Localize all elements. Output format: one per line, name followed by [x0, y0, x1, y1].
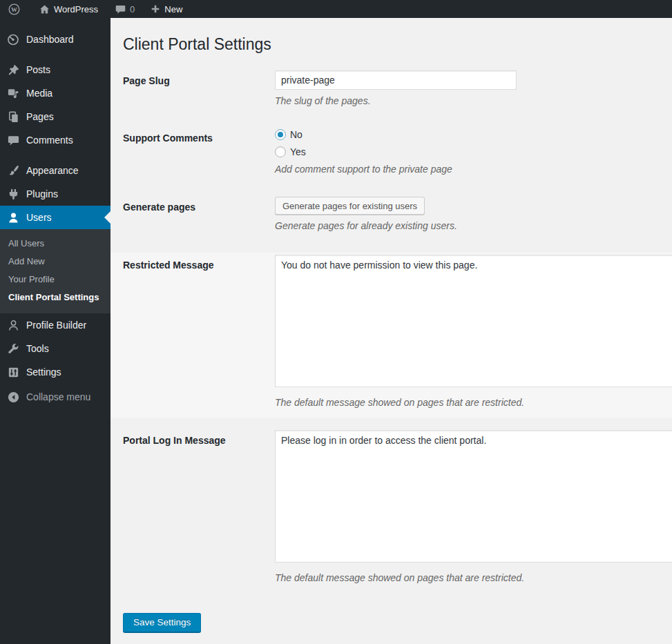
radio-label: No: [290, 129, 303, 140]
sidebar-item-label: Profile Builder: [26, 320, 86, 331]
field-label: Page Slug: [123, 70, 275, 107]
sidebar-item-plugins[interactable]: Plugins: [0, 182, 111, 206]
comment-bubble-icon: [115, 3, 126, 15]
admin-bar: W WordPress 0 New: [0, 0, 672, 18]
site-name-label: WordPress: [54, 4, 98, 14]
settings-sliders-icon: [6, 365, 20, 379]
sidebar-item-profile-builder[interactable]: Profile Builder: [0, 313, 111, 337]
person-outline-icon: [6, 318, 20, 332]
row-support-comments: Support Comments No Yes Add comment supp…: [123, 128, 672, 175]
sidebar-item-label: Settings: [26, 367, 61, 378]
users-submenu: All Users Add New Your Profile Client Po…: [0, 229, 111, 313]
row-page-slug: Page Slug The slug of the pages.: [123, 70, 672, 107]
row-restricted-message: Restricted Message You do not have permi…: [111, 253, 672, 418]
plug-icon: [6, 187, 20, 201]
sidebar-item-label: Comments: [26, 135, 73, 146]
sidebar-item-comments[interactable]: Comments: [0, 128, 111, 152]
submenu-item-add-new[interactable]: Add New: [0, 253, 111, 271]
pages-icon: [6, 110, 20, 124]
admin-sidebar: Dashboard Posts Media: [0, 18, 111, 644]
page-slug-input[interactable]: [275, 70, 517, 90]
menu-separator: [0, 152, 111, 159]
field-label: Portal Log In Message: [123, 430, 275, 584]
svg-text:W: W: [11, 6, 17, 12]
comments-count: 0: [130, 4, 135, 14]
field-help-text: Add comment support to the private page: [275, 164, 672, 175]
home-icon: [39, 3, 50, 15]
sidebar-item-label: Pages: [26, 111, 54, 122]
submenu-item-client-portal-settings[interactable]: Client Portal Settings: [0, 289, 111, 306]
field-help-text: The slug of the pages.: [275, 95, 672, 107]
paintbrush-icon: [6, 164, 20, 177]
sidebar-item-label: Collapse menu: [26, 391, 90, 402]
radio-option-no[interactable]: No: [275, 128, 672, 142]
comments-shortcut[interactable]: 0: [108, 0, 141, 18]
sidebar-item-label: Appearance: [26, 165, 79, 176]
radio-no[interactable]: [275, 129, 286, 140]
sidebar-item-users[interactable]: Users: [0, 206, 111, 229]
sidebar-item-label: Users: [26, 212, 52, 223]
field-help-text: The default message showed on pages that…: [275, 397, 672, 409]
plus-icon: [150, 3, 161, 14]
sidebar-item-label: Plugins: [26, 188, 58, 199]
field-help-text: The default message showed on pages that…: [275, 572, 672, 584]
sidebar-item-label: Media: [26, 88, 52, 99]
wrench-icon: [6, 342, 20, 355]
field-help-text: Generate pages for already existing user…: [275, 220, 672, 232]
settings-form: Page Slug The slug of the pages. Support…: [123, 70, 672, 632]
sidebar-item-collapse-menu[interactable]: Collapse menu: [0, 385, 111, 409]
main-content: Client Portal Settings Page Slug The slu…: [111, 18, 672, 644]
comments-icon: [6, 133, 20, 147]
submenu-item-your-profile[interactable]: Your Profile: [0, 271, 111, 289]
site-name-link[interactable]: WordPress: [32, 0, 104, 18]
row-generate-pages: Generate pages Generate pages for existi…: [123, 197, 672, 232]
radio-option-yes[interactable]: Yes: [275, 145, 672, 159]
radio-label: Yes: [290, 146, 306, 157]
menu-separator: [0, 51, 111, 58]
sidebar-item-dashboard[interactable]: Dashboard: [0, 28, 111, 51]
collapse-arrow-icon: [6, 390, 20, 404]
sidebar-item-settings[interactable]: Settings: [0, 360, 111, 384]
field-label: Restricted Message: [123, 255, 275, 409]
media-icon: [6, 86, 20, 100]
sidebar-item-pages[interactable]: Pages: [0, 105, 111, 128]
generate-pages-button[interactable]: Generate pages for existing users: [275, 197, 425, 215]
sidebar-item-label: Tools: [26, 343, 49, 354]
sidebar-item-media[interactable]: Media: [0, 81, 111, 105]
new-label: New: [164, 4, 182, 14]
wordpress-logo-icon: W: [8, 3, 21, 16]
field-label: Support Comments: [123, 128, 275, 175]
user-icon: [6, 211, 20, 224]
sidebar-item-tools[interactable]: Tools: [0, 337, 111, 360]
sidebar-item-posts[interactable]: Posts: [0, 58, 111, 81]
radio-yes[interactable]: [275, 146, 286, 157]
new-content-menu[interactable]: New: [144, 0, 189, 18]
row-portal-login-message: Portal Log In Message Please log in in o…: [123, 418, 672, 584]
pushpin-icon: [6, 63, 20, 77]
submenu-item-all-users[interactable]: All Users: [0, 235, 111, 253]
sidebar-item-appearance[interactable]: Appearance: [0, 159, 111, 182]
sidebar-item-label: Dashboard: [26, 34, 74, 45]
field-label: Generate pages: [123, 197, 275, 232]
page-title: Client Portal Settings: [123, 35, 672, 55]
sidebar-item-label: Posts: [26, 64, 50, 75]
wordpress-logo-menu[interactable]: W: [0, 0, 27, 18]
save-settings-button[interactable]: Save Settings: [123, 613, 201, 632]
portal-login-message-textarea[interactable]: Please log in in order to access the cli…: [275, 430, 672, 563]
restricted-message-textarea[interactable]: You do not have permission to view this …: [275, 255, 672, 387]
dashboard-gauge-icon: [6, 32, 20, 46]
